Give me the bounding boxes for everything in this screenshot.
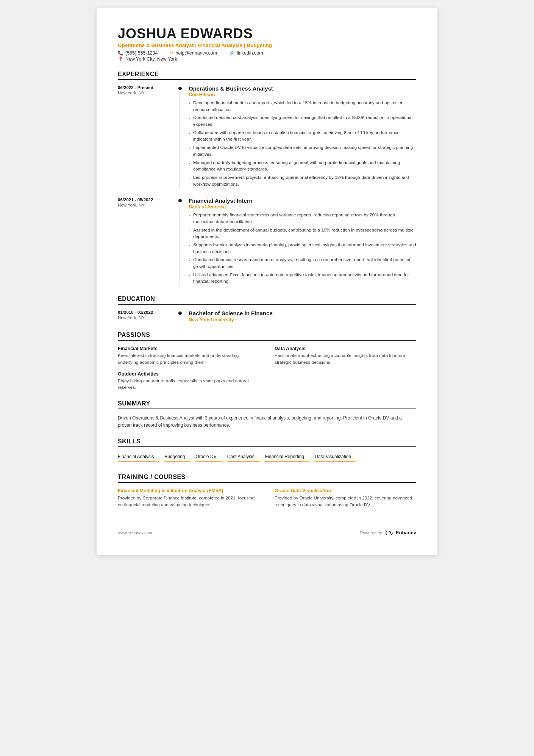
exp-line-1: [180, 92, 180, 189]
edu-date-col: 01/2018 - 01/2022 New York, NY: [118, 310, 176, 322]
experience-section: EXPERIENCE 06/2022 - Present New York, N…: [118, 71, 416, 286]
bullet: Managed quarterly budgeting process, ens…: [189, 160, 416, 173]
exp-line-2: [180, 204, 180, 286]
skill-3: Oracle DV: [195, 452, 222, 462]
resume-page: JOSHUA EDWARDS Operations & Business Ana…: [97, 8, 437, 555]
exp-row-2: 06/2021 - 05/2022 New York, NY Financial…: [118, 197, 416, 286]
passion-title-2: Data Analysis: [275, 346, 416, 351]
training-item-1: Financial Modeling & Valuation Analyst (…: [118, 488, 259, 508]
exp-dot-2: [178, 199, 182, 202]
exp-content-1: Operations & Business Analyst Con Edison…: [183, 85, 416, 189]
experience-section-title: EXPERIENCE: [118, 71, 416, 80]
edu-row-1: 01/2018 - 01/2022 New York, NY Bachelor …: [118, 310, 416, 322]
passion-item-1: Financial Markets Keen interest in track…: [118, 346, 259, 366]
edu-dot: [178, 311, 182, 315]
passions-grid: Financial Markets Keen interest in track…: [118, 346, 416, 391]
location-icon: 📍: [118, 56, 123, 62]
exp-job-title-2: Financial Analyst Intern: [189, 197, 416, 204]
exp-bullets-1: Developed financial models and reports, …: [189, 100, 416, 188]
summary-section-title: SUMMARY: [118, 400, 416, 409]
exp-company-1: Con Edison: [189, 92, 416, 97]
passions-section: PASSIONS Financial Markets Keen interest…: [118, 332, 416, 391]
education-section: EDUCATION 01/2018 - 01/2022 New York, NY…: [118, 296, 416, 322]
exp-location-1: New York, NY: [118, 91, 176, 95]
training-desc-1: Provided by Corporate Finance Institute,…: [118, 495, 259, 508]
exp-location-2: New York, NY: [118, 203, 176, 207]
education-section-title: EDUCATION: [118, 296, 416, 305]
exp-date-2: 06/2021 - 05/2022: [118, 197, 176, 202]
skills-section: SKILLS Financial Analysis Budgeting Orac…: [118, 438, 416, 465]
phone-icon: 📞: [118, 50, 123, 56]
summary-text: Driven Operations & Business Analyst wit…: [118, 415, 416, 429]
training-section: TRAINING / COURSES Financial Modeling & …: [118, 474, 416, 508]
brand-name: Enhancv: [396, 530, 416, 535]
bullet: Collaborated with department heads to es…: [189, 130, 416, 143]
passions-section-title: PASSIONS: [118, 332, 416, 341]
phone-contact: 📞 (555) 555-1234: [118, 50, 158, 56]
edu-degree: Bachelor of Science in Finance: [189, 310, 416, 316]
summary-section: SUMMARY Driven Operations & Business Ana…: [118, 400, 416, 429]
edu-location: New York, NY: [118, 315, 176, 320]
edu-date: 01/2018 - 01/2022: [118, 310, 176, 315]
bullet: Utilized advanced Excel functions to aut…: [189, 272, 416, 285]
enhancv-logo-icon: ⌇∿: [384, 529, 393, 537]
exp-date-1: 06/2022 - Present: [118, 85, 176, 90]
bullet: Conducted financial research and market …: [189, 257, 416, 270]
bullet: Assisted in the development of annual bu…: [189, 227, 416, 240]
exp-row-1: 06/2022 - Present New York, NY Operation…: [118, 85, 416, 189]
skills-row: Financial Analysis Budgeting Oracle DV C…: [118, 452, 416, 465]
skill-2: Budgeting: [164, 452, 190, 462]
exp-bullets-2: Prepared monthly financial statements an…: [189, 212, 416, 285]
bullet: Prepared monthly financial statements an…: [189, 212, 416, 225]
skill-5: Financial Reporting: [265, 452, 309, 462]
contact-row: 📞 (555) 555-1234 ✉ help@enhancv.com 🔗 li…: [118, 50, 416, 56]
edu-content: Bachelor of Science in Finance New York …: [183, 310, 416, 322]
training-item-2: Oracle Data Visualization Provided by Or…: [275, 488, 416, 508]
linkedin-contact: 🔗 linkedin.com: [229, 50, 263, 56]
location-row: 📍 New York City, New York: [118, 56, 416, 62]
footer: www.enhancv.com Powered by ⌇∿ Enhancv: [118, 524, 416, 537]
passion-title-1: Financial Markets: [118, 346, 259, 351]
candidate-title: Operations & Business Analyst | Financia…: [118, 42, 416, 48]
exp-dot-col-1: [176, 85, 183, 189]
bullet: Led process improvement projects, enhanc…: [189, 174, 416, 188]
exp-dot-col-2: [176, 197, 183, 286]
passion-item-3: Outdoor Activities Enjoy hiking and natu…: [118, 371, 259, 391]
exp-job-title-1: Operations & Business Analyst: [189, 85, 416, 92]
passion-item-2: Data Analysis Passionate about extractin…: [275, 346, 416, 366]
skill-1: Financial Analysis: [118, 452, 159, 462]
candidate-name: JOSHUA EDWARDS: [118, 26, 416, 42]
footer-powered: Powered by ⌇∿ Enhancv: [360, 529, 416, 537]
exp-company-2: Bank of America: [189, 204, 416, 210]
training-desc-2: Provided by Oracle University, completed…: [275, 495, 416, 508]
bullet: Developed financial models and reports, …: [189, 100, 416, 113]
header: JOSHUA EDWARDS Operations & Business Ana…: [118, 26, 416, 62]
skill-6: Data Visualization: [315, 452, 356, 462]
training-title-1: Financial Modeling & Valuation Analyst (…: [118, 488, 259, 493]
passion-title-3: Outdoor Activities: [118, 371, 259, 377]
skills-section-title: SKILLS: [118, 438, 416, 447]
skill-4: Cost Analysis: [227, 452, 260, 462]
footer-url: www.enhancv.com: [118, 531, 152, 535]
powered-by-text: Powered by: [360, 531, 382, 535]
bullet: Supported senior analysts in scenario pl…: [189, 242, 416, 255]
email-contact: ✉ help@enhancv.com: [170, 50, 217, 56]
exp-content-2: Financial Analyst Intern Bank of America…: [183, 197, 416, 286]
training-section-title: TRAINING / COURSES: [118, 474, 416, 483]
bullet: Implemented Oracle DV to visualize compl…: [189, 144, 416, 158]
bullet: Conducted detailed cost analysis, identi…: [189, 114, 416, 128]
exp-date-col-1: 06/2022 - Present New York, NY: [118, 85, 176, 189]
training-title-2: Oracle Data Visualization: [275, 488, 416, 493]
exp-dot-1: [178, 87, 182, 90]
passion-desc-3: Enjoy hiking and nature trails, especial…: [118, 378, 259, 391]
training-grid: Financial Modeling & Valuation Analyst (…: [118, 488, 416, 508]
edu-school: New York University: [189, 317, 416, 322]
passion-desc-2: Passionate about extracting actionable i…: [275, 352, 416, 366]
passion-desc-1: Keen interest in tracking financial mark…: [118, 352, 259, 366]
edu-dot-col: [176, 310, 183, 322]
email-icon: ✉: [170, 50, 173, 56]
linkedin-icon: 🔗: [229, 50, 235, 56]
exp-date-col-2: 06/2021 - 05/2022 New York, NY: [118, 197, 176, 286]
